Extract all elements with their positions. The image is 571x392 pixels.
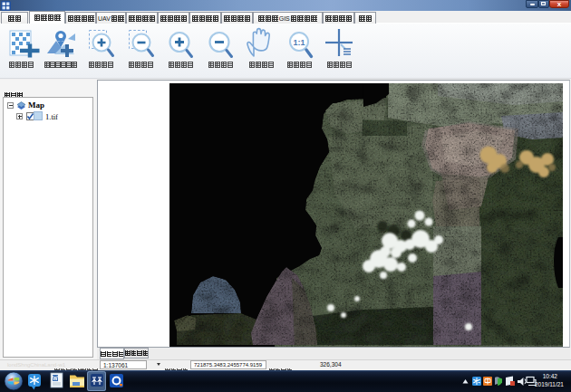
svg-text:1:1: 1:1 xyxy=(293,38,305,47)
